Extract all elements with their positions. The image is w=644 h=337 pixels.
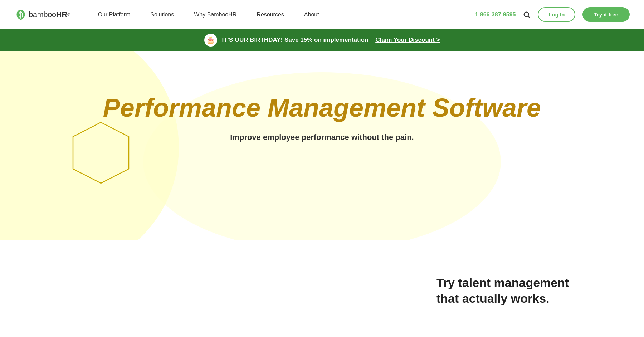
logo-trademark: ®: [67, 13, 70, 16]
search-button[interactable]: [523, 11, 531, 19]
hero-subtitle: Improve employee performance without the…: [103, 133, 541, 142]
nav-resources[interactable]: Resources: [247, 0, 294, 29]
banner-discount-link[interactable]: Claim Your Discount >: [375, 36, 440, 44]
svg-line-2: [528, 16, 530, 18]
banner-text: IT'S OUR BIRTHDAY! Save 15% on implement…: [222, 36, 369, 44]
try-free-button[interactable]: Try it free: [582, 7, 630, 22]
search-icon: [523, 11, 531, 19]
logo-hr-text: HR: [56, 10, 68, 19]
nav-solutions[interactable]: Solutions: [140, 0, 184, 29]
nav-links: Our Platform Solutions Why BambooHR Reso…: [88, 0, 475, 29]
nav-about[interactable]: About: [294, 0, 329, 29]
nav-why-bamboohr[interactable]: Why BambooHR: [184, 0, 247, 29]
logo[interactable]: bambooHR®: [14, 8, 70, 21]
login-button[interactable]: Log In: [538, 7, 575, 22]
logo-icon: [14, 8, 27, 21]
lower-title: Try talent management that actually work…: [436, 275, 580, 306]
banner-mascot-icon: 🎂: [204, 34, 217, 47]
navbar: bambooHR® Our Platform Solutions Why Bam…: [0, 0, 644, 29]
nav-our-platform[interactable]: Our Platform: [88, 0, 141, 29]
hero-content: Performance Management Software Improve …: [103, 94, 541, 142]
lower-section: Try talent management that actually work…: [0, 240, 644, 337]
lower-text-block: Try talent management that actually work…: [436, 275, 580, 306]
hero-section: Performance Management Software Improve …: [0, 51, 644, 240]
nav-right: 1-866-387-9595 Log In Try it free: [475, 7, 630, 22]
phone-number[interactable]: 1-866-387-9595: [475, 11, 516, 18]
promo-banner: 🎂 IT'S OUR BIRTHDAY! Save 15% on impleme…: [0, 29, 644, 51]
logo-bamboo-text: bamboo: [29, 10, 56, 19]
hero-title: Performance Management Software: [103, 94, 541, 122]
